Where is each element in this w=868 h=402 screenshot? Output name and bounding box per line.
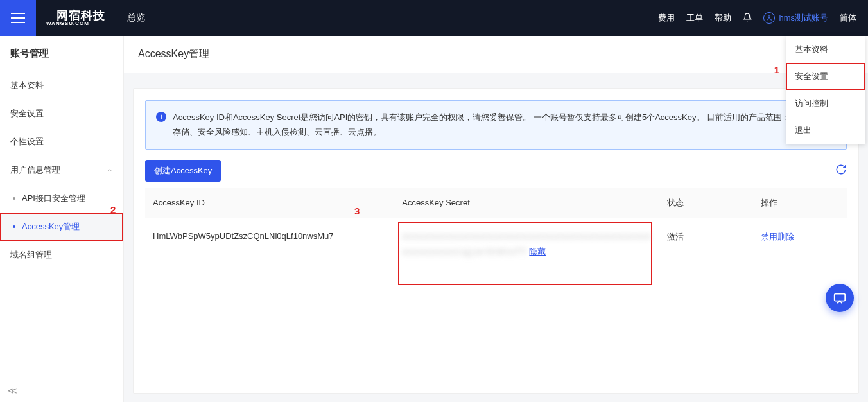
user-menu-access[interactable]: 访问控制 (786, 90, 865, 117)
user-menu-profile[interactable]: 基本资料 (786, 36, 865, 63)
user-avatar-icon (763, 12, 775, 24)
action-disable-link[interactable]: 禁用 (761, 232, 777, 241)
col-status: 状态 (659, 188, 753, 218)
logo-text: 网宿科技 (56, 10, 105, 21)
table-header-row: AccessKey ID AccessKey Secret 状态 操作 (145, 188, 847, 218)
annotation-3: 3 (354, 205, 360, 216)
chat-fab-button[interactable] (826, 284, 854, 312)
col-secret: AccessKey Secret (394, 188, 659, 218)
accesskey-table: AccessKey ID AccessKey Secret 状态 操作 HmLW… (145, 188, 847, 302)
annotation-2: 2 (110, 204, 116, 215)
create-accesskey-button[interactable]: 创建AccessKey (145, 160, 221, 182)
nav-help-link[interactable]: 帮助 (715, 12, 731, 24)
cell-status: 激活 (659, 218, 753, 302)
sidebar-item-security[interactable]: 安全设置 (0, 100, 123, 128)
secret-masked-line2: xxxxxxxxxxigjarGtAtoTT (402, 247, 526, 256)
sidebar-item-label: 用户信息管理 (10, 164, 60, 176)
brand-logo: 网宿科技 WANGSU.COM (46, 10, 105, 26)
nav-right-group: 费用 工单 帮助 hms测试账号 简体 (658, 12, 868, 24)
info-alert: i AccessKey ID和AccessKey Secret是您访问API的密… (145, 100, 847, 150)
chevron-up-icon (107, 166, 113, 175)
secret-masked-line1: xxxxxxxxxxxxxxxxxxxxxxxxxxxxxxxxxxxxxxxx… (402, 231, 651, 241)
top-navbar: 网宿科技 WANGSU.COM 总览 费用 工单 帮助 hms测试账号 简体 (0, 0, 868, 36)
info-alert-text: AccessKey ID和AccessKey Secret是您访问API的密钥，… (173, 110, 836, 140)
sidebar-collapse-button[interactable]: ≪ (8, 385, 17, 396)
col-action: 操作 (753, 188, 847, 218)
menu-toggle-button[interactable] (0, 0, 36, 36)
user-menu-logout[interactable]: 退出 (786, 117, 865, 144)
annotation-1: 1 (774, 64, 779, 75)
page-title: AccessKey管理 (124, 36, 868, 73)
logo-subtext: WANGSU.COM (46, 21, 105, 26)
bell-icon[interactable] (743, 13, 752, 24)
nav-fee-link[interactable]: 费用 (658, 12, 675, 24)
nav-user-link[interactable]: hms测试账号 (763, 12, 828, 24)
refresh-button[interactable] (835, 164, 847, 177)
user-menu-security[interactable]: 安全设置 (786, 63, 865, 90)
cell-accesskey-secret: xxxxxxxxxxxxxxxxxxxxxxxxxxxxxxxxxxxxxxxx… (394, 218, 659, 302)
nav-overview[interactable]: 总览 (127, 12, 145, 24)
cell-accesskey-id: HmLWbPSpW5ypUDtZszCQnLNi0qLf10nwsMu7 (145, 218, 394, 302)
chat-icon (833, 291, 847, 305)
content-card: i AccessKey ID和AccessKey Secret是您访问API的密… (133, 88, 859, 394)
user-dropdown-menu: 基本资料 安全设置 访问控制 退出 (786, 36, 865, 144)
action-delete-link[interactable]: 删除 (777, 232, 794, 241)
sidebar-item-accesskey[interactable]: AccessKey管理 (0, 213, 123, 241)
hamburger-icon (11, 13, 25, 23)
main-area: AccessKey管理 i AccessKey ID和AccessKey Sec… (124, 36, 868, 402)
sidebar-item-preference[interactable]: 个性设置 (0, 128, 123, 156)
svg-point-0 (768, 16, 770, 18)
sidebar-item-profile[interactable]: 基本资料 (0, 71, 123, 100)
sidebar: 账号管理 基本资料 安全设置 个性设置 用户信息管理 API接口安全管理 Acc… (0, 36, 124, 402)
sidebar-item-api-security[interactable]: API接口安全管理 (0, 184, 123, 213)
nav-username: hms测试账号 (779, 12, 828, 24)
svg-rect-1 (835, 294, 846, 301)
info-icon: i (156, 112, 166, 122)
sidebar-title: 账号管理 (0, 36, 123, 71)
nav-lang-link[interactable]: 简体 (840, 12, 856, 24)
sidebar-item-user-mgmt[interactable]: 用户信息管理 (0, 156, 123, 184)
nav-ticket-link[interactable]: 工单 (686, 12, 703, 24)
sidebar-item-domain-group[interactable]: 域名组管理 (0, 241, 123, 269)
table-row: HmLWbPSpW5ypUDtZszCQnLNi0qLf10nwsMu7 xxx… (145, 218, 847, 302)
